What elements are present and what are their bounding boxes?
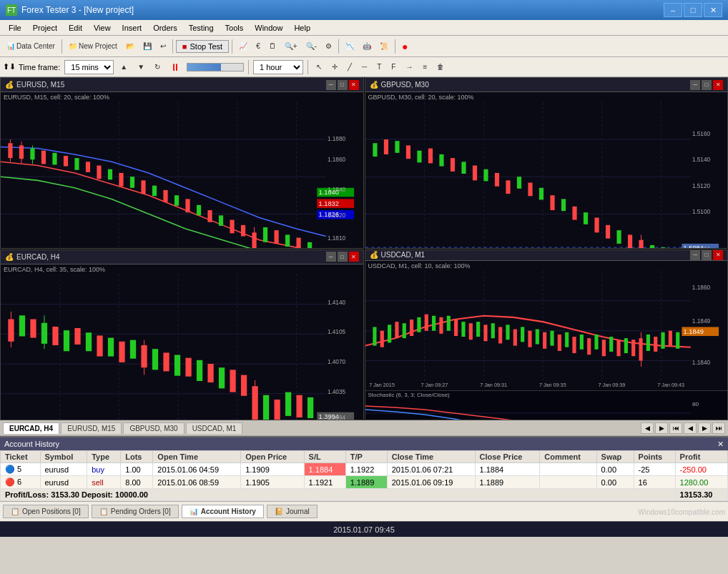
open-button[interactable]: 📂: [122, 39, 138, 54]
delete-button[interactable]: 🗑: [433, 59, 448, 75]
eurusd-close[interactable]: ✕: [349, 80, 359, 90]
svg-rect-130: [86, 332, 92, 351]
col-type: Type: [87, 451, 121, 463]
channel-button[interactable]: ≡: [419, 59, 431, 75]
minimize-button[interactable]: –: [664, 3, 682, 17]
tab-pending-orders[interactable]: 📋 Pending Orders [0]: [92, 505, 179, 518]
zoom-out-button[interactable]: 🔍-: [302, 39, 320, 54]
menu-orders[interactable]: Orders: [147, 22, 183, 34]
gbpusd-close[interactable]: ✕: [713, 80, 723, 90]
usdcad-maximize[interactable]: □: [702, 250, 712, 260]
tf-down-button[interactable]: ▼: [134, 59, 148, 75]
chart-tab-usdcad[interactable]: USDCAD, M1: [186, 422, 243, 434]
undo-button[interactable]: ↩: [157, 39, 169, 54]
eurcad-close[interactable]: ✕: [349, 252, 359, 262]
hour-select[interactable]: 1 hour 30 mins 4 hours: [253, 60, 303, 74]
svg-rect-69: [373, 143, 377, 157]
svg-rect-138: [163, 352, 169, 371]
menu-view[interactable]: View: [88, 22, 117, 34]
template-button[interactable]: 🗒: [265, 39, 280, 54]
svg-rect-213: [646, 334, 649, 350]
gbpusd-title: GBPUSD, M30: [381, 81, 429, 89]
toolbar2-sep2: [308, 60, 308, 74]
fib-button[interactable]: F: [388, 59, 399, 75]
eurcad-maximize[interactable]: □: [338, 252, 348, 262]
close-button[interactable]: ✕: [704, 3, 722, 17]
zoom-in-button[interactable]: 🔍+: [281, 39, 301, 54]
gbpusd-maximize[interactable]: □: [702, 80, 712, 90]
hline-button[interactable]: ─: [358, 59, 370, 75]
svg-rect-184: [439, 317, 443, 333]
stop-test-button[interactable]: ■ Stop Test: [176, 40, 229, 53]
svg-rect-190: [483, 325, 487, 341]
eurusd-maximize[interactable]: □: [338, 80, 348, 90]
reload-button[interactable]: ↻: [151, 59, 164, 75]
save-button[interactable]: 💾: [139, 39, 155, 54]
svg-rect-25: [152, 186, 157, 197]
scroll-right-btn[interactable]: ▶: [655, 422, 668, 434]
crosshair-icon: ✛: [332, 63, 338, 71]
maximize-button[interactable]: □: [684, 3, 702, 17]
chart-tab-eurcad[interactable]: EURCAD, H4: [3, 422, 59, 434]
svg-rect-131: [97, 335, 102, 356]
toolbar-main: 📊 Data Center 📁 New Project 📂 💾 ↩ ■ Stop…: [0, 36, 728, 57]
cursor-button[interactable]: ↖: [313, 59, 325, 75]
scroll-left-btn[interactable]: ◀: [641, 422, 654, 434]
svg-text:7 Jan 09:31: 7 Jan 09:31: [480, 382, 507, 388]
usdcad-chart-body[interactable]: USDCAD, M1, cell: 10, scale: 100%: [365, 261, 728, 421]
prev-btn[interactable]: ◀: [684, 422, 697, 434]
menu-edit[interactable]: Edit: [63, 22, 88, 34]
script-button[interactable]: 📜: [376, 39, 392, 54]
eurcad-chart-info: EURCAD, H4, cell: 35, scale: 100%: [1, 264, 363, 274]
tab-account-history[interactable]: 📊 Account History: [182, 505, 264, 518]
usdcad-close[interactable]: ✕: [713, 250, 723, 260]
text-button[interactable]: T: [373, 59, 385, 75]
chart-tabs-bar: EURCAD, H4 EURUSD, M15 GBPUSD, M30 USDCA…: [0, 420, 728, 436]
datacenter-button[interactable]: 📊 Data Center: [3, 39, 59, 54]
usdcad-minimize[interactable]: ─: [690, 250, 700, 260]
tf-up-button[interactable]: ▲: [117, 59, 131, 75]
menu-file[interactable]: File: [3, 22, 27, 34]
menu-help[interactable]: Help: [288, 22, 316, 34]
tab-journal[interactable]: 📔 Journal: [267, 505, 318, 518]
gbpusd-minimize[interactable]: ─: [690, 80, 700, 90]
fib-icon: F: [391, 63, 395, 71]
svg-rect-81: [506, 180, 510, 194]
menu-testing[interactable]: Testing: [183, 22, 220, 34]
first-btn[interactable]: ⏮: [669, 422, 682, 434]
crosshair-button[interactable]: ✛: [328, 59, 341, 75]
chart-props-button[interactable]: ⚙: [322, 39, 335, 54]
eurcad-chart-body[interactable]: EURCAD, H4, cell: 35, scale: 100%: [1, 264, 363, 420]
chart-tab-eurusd[interactable]: EURUSD, M15: [61, 422, 122, 434]
new-project-button[interactable]: 📁 New Project: [65, 39, 121, 54]
arrow-button[interactable]: →: [402, 59, 416, 75]
pause-button[interactable]: ⏸: [167, 59, 184, 75]
menu-insert[interactable]: Insert: [117, 22, 148, 34]
svg-rect-182: [424, 314, 428, 330]
chart-tab-gbpusd[interactable]: GBPUSD, M30: [123, 422, 184, 434]
summary-label: Profit/Loss: 3153.30 Deposit: 10000.00: [1, 489, 676, 501]
eurusd-minimize[interactable]: ─: [326, 80, 336, 90]
tab-open-positions[interactable]: 📋 Open Positions [0]: [3, 505, 89, 518]
eurusd-chart-body[interactable]: EURUSD, M15, cell: 20, scale: 100%: [1, 92, 363, 248]
last-btn[interactable]: ⏭: [712, 422, 725, 434]
menu-tools[interactable]: Tools: [220, 22, 250, 34]
timeframe-select[interactable]: 15 mins 1 min 5 mins 30 mins 1 hour 4 ho…: [64, 60, 114, 74]
chart-new-button[interactable]: 📈: [235, 39, 251, 54]
eurcad-minimize[interactable]: ─: [326, 252, 336, 262]
symbol-button[interactable]: €: [252, 39, 264, 54]
delete-icon: 🗑: [437, 63, 444, 71]
next-btn[interactable]: ▶: [698, 422, 711, 434]
svg-rect-197: [535, 329, 538, 344]
menu-window[interactable]: Window: [249, 22, 288, 34]
color-button[interactable]: ●: [398, 39, 411, 54]
account-table: Ticket Symbol Type Lots Open Time Open P…: [0, 450, 728, 501]
svg-rect-142: [207, 363, 213, 382]
account-close-icon[interactable]: ✕: [717, 440, 724, 449]
expert-button[interactable]: 🤖: [359, 39, 375, 54]
cell-close-price: 1.1884: [475, 463, 540, 476]
gbpusd-chart-body[interactable]: GBPUSD, M30, cell: 20, scale: 100%: [365, 92, 728, 248]
menu-project[interactable]: Project: [27, 22, 63, 34]
indicator-button[interactable]: 📉: [342, 39, 358, 54]
line-button[interactable]: ╱: [344, 59, 355, 75]
